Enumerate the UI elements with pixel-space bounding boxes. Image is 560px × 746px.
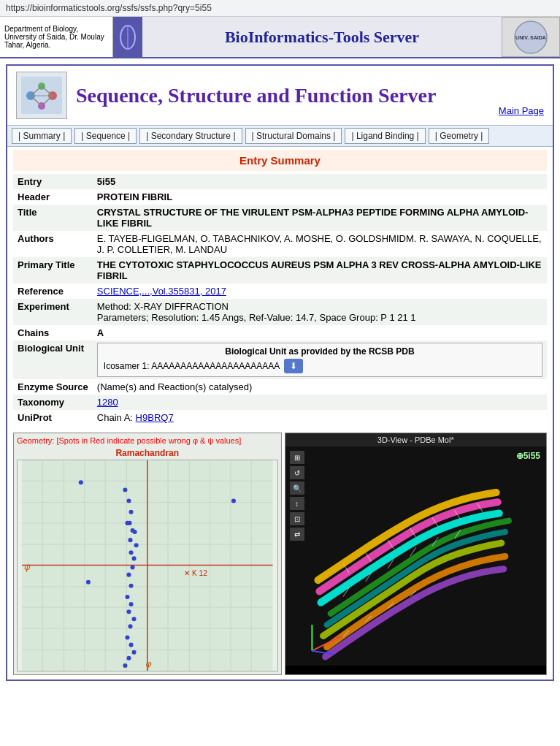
table-row: Enzyme Source (Name(s) and Reaction(s) c… (13, 379, 547, 395)
svg-text:φ: φ (146, 659, 152, 669)
svg-point-47 (132, 556, 137, 560)
header-title-area: BioInformatics-Tools Server (142, 22, 502, 53)
svg-text:ψ: ψ (24, 562, 31, 572)
value-enzyme-source: (Name(s) and Reaction(s) catalysed) (93, 379, 547, 395)
ramachandran-svg: φ ψ (18, 460, 277, 671)
svg-point-65 (126, 573, 131, 577)
svg-point-40 (126, 499, 131, 503)
table-row: Entry 5i55 (13, 174, 547, 189)
table-row: Taxonomy 1280 (13, 395, 547, 410)
reference-link[interactable]: SCIENCE,...,Vol.355831, 2017 (97, 286, 226, 297)
value-experiment: Method: X-RAY DIFFRACTION Parameters; Re… (93, 299, 547, 325)
ssfs-logo (16, 72, 67, 119)
svg-point-56 (132, 617, 137, 621)
table-row: Header PROTEIN FIBRIL (13, 189, 547, 205)
table-row: Title CRYSTAL STRUCTURE OF THE VIRULENT … (13, 205, 547, 231)
svg-point-50 (79, 480, 83, 484)
svg-point-64 (129, 584, 133, 588)
dept-text: Department of Biology, University of Sai… (4, 25, 108, 49)
nav-sequence[interactable]: | Sequence | (74, 128, 137, 144)
svg-point-59 (129, 643, 133, 647)
svg-point-66 (131, 565, 135, 569)
download-button[interactable]: ⬇ (284, 359, 303, 373)
svg-point-63 (86, 580, 91, 585)
url-text: https://bioinformaticstools.org/ssfs/ssf… (6, 3, 212, 13)
label-authors: Authors (13, 231, 93, 257)
nav-secondary-structure[interactable]: | Secondary Structure | (139, 128, 242, 144)
svg-point-49 (133, 530, 137, 534)
svg-point-46 (129, 550, 133, 555)
nav-ligand-binding[interactable]: | Ligand Binding | (345, 128, 425, 144)
ramachandran-title: Ramachandran (17, 448, 278, 458)
inner-header: Sequence, Structure and Function Server … (7, 66, 553, 125)
table-row: Biological Unit Biological Unit as provi… (13, 340, 547, 379)
table-row: Experiment Method: X-RAY DIFFRACTION Par… (13, 299, 547, 325)
header-logo-left (113, 17, 142, 57)
nav-summary[interactable]: | Summary | (12, 128, 72, 144)
mol-view[interactable]: ⊕5i55 ⊞ ↺ 🔍 ↕ ⊡ ⇄ (285, 446, 547, 666)
browser-bar: https://bioinformaticstools.org/ssfs/ssf… (0, 0, 560, 17)
label-taxonomy: Taxonomy (13, 395, 93, 410)
value-header: PROTEIN FIBRIL (93, 189, 547, 205)
value-reference: SCIENCE,...,Vol.355831, 2017 (93, 283, 547, 299)
uniprot-link[interactable]: H9BRQ7 (136, 412, 174, 423)
value-taxonomy: 1280 (93, 395, 547, 410)
svg-point-60 (132, 650, 137, 655)
value-chains: A (93, 325, 547, 340)
taxonomy-link[interactable]: 1280 (97, 397, 118, 408)
svg-point-51 (231, 499, 236, 503)
mol-title: 3D-View - PDBe Mol* (285, 433, 547, 446)
label-header: Header (13, 189, 93, 205)
geometry-title: Geometry: [Spots in Red indicate possibl… (17, 436, 278, 445)
svg-point-48 (127, 521, 131, 525)
geometry-label2: indicate possible wrong φ & ψ values] (104, 436, 241, 445)
label-enzyme-source: Enzyme Source (13, 379, 93, 395)
svg-point-57 (128, 624, 132, 628)
mol-toolbar-button-reset[interactable]: ↺ (290, 466, 304, 479)
ramachandran-plot: φ ψ (17, 460, 278, 671)
label-biological-unit: Biological Unit (13, 340, 93, 379)
mol-toolbar-button-more[interactable]: ⇄ (290, 528, 304, 541)
value-authors: E. TAYEB-FLIGELMAN, O. TABACHNIKOV, A. M… (93, 231, 547, 257)
red-label: Red (90, 436, 104, 445)
value-primary-title: THE CYTOTOXIC STAPHYLOCOCCUS AUREUS PSM … (93, 257, 547, 283)
label-uniprot: UniProt (13, 410, 93, 425)
table-row: Authors E. TAYEB-FLIGELMAN, O. TABACHNIK… (13, 231, 547, 257)
table-row: Chains A (13, 325, 547, 340)
site-header: Department of Biology, University of Sai… (0, 17, 560, 58)
geometry-label: Geometry: [Spots in (17, 436, 90, 445)
svg-point-54 (129, 602, 133, 606)
mol-toolbar-button-layout[interactable]: ⊞ (290, 451, 304, 464)
bio-unit-title: Biological Unit as provided by the RCSB … (104, 346, 536, 357)
nav-geometry[interactable]: | Geometry | (429, 128, 490, 144)
mol-entry-label: ⊕5i55 (516, 451, 540, 461)
svg-point-53 (125, 595, 129, 599)
mol-toolbar-button-zoom[interactable]: 🔍 (290, 482, 304, 495)
svg-point-58 (125, 635, 129, 639)
bio-unit-box: Biological Unit as provided by the RCSB … (97, 343, 542, 377)
icosamer-row: Icosamer 1: AAAAAAAAAAAAAAAAAAAAAA ⬇ (104, 359, 536, 373)
main-page-link[interactable]: Main Page (499, 105, 544, 119)
svg-point-44 (128, 538, 132, 542)
table-row: UniProt Chain A: H9BRQ7 (13, 410, 547, 425)
label-primary-title: Primary Title (13, 257, 93, 283)
label-entry: Entry (13, 174, 93, 189)
label-title: Title (13, 205, 93, 231)
header-logo-right: UNIV. SAIDA (502, 17, 560, 57)
geometry-panel: Geometry: [Spots in Red indicate possibl… (13, 433, 282, 675)
mol-toolbar-button-select[interactable]: ⊡ (290, 512, 304, 525)
icosamer-text: Icosamer 1: AAAAAAAAAAAAAAAAAAAAAA (104, 361, 280, 371)
svg-text:✕ K 12: ✕ K 12 (184, 569, 207, 577)
svg-point-62 (123, 663, 127, 668)
value-title: CRYSTAL STRUCTURE OF THE VIRULENT PSM-AL… (93, 205, 547, 231)
value-biological-unit: Biological Unit as provided by the RCSB … (93, 340, 547, 379)
nav-structural-domains[interactable]: | Structural Domains | (245, 128, 342, 144)
svg-text:UNIV. SAIDA: UNIV. SAIDA (515, 35, 546, 40)
svg-point-45 (134, 543, 139, 547)
inner-page-title: Sequence, Structure and Function Server (76, 84, 499, 107)
mol-toolbar-button-expand[interactable]: ↕ (290, 497, 304, 510)
label-chains: Chains (13, 325, 93, 340)
svg-point-55 (126, 609, 131, 614)
label-experiment: Experiment (13, 299, 93, 325)
mol-toolbar: ⊞ ↺ 🔍 ↕ ⊡ ⇄ (290, 451, 304, 541)
